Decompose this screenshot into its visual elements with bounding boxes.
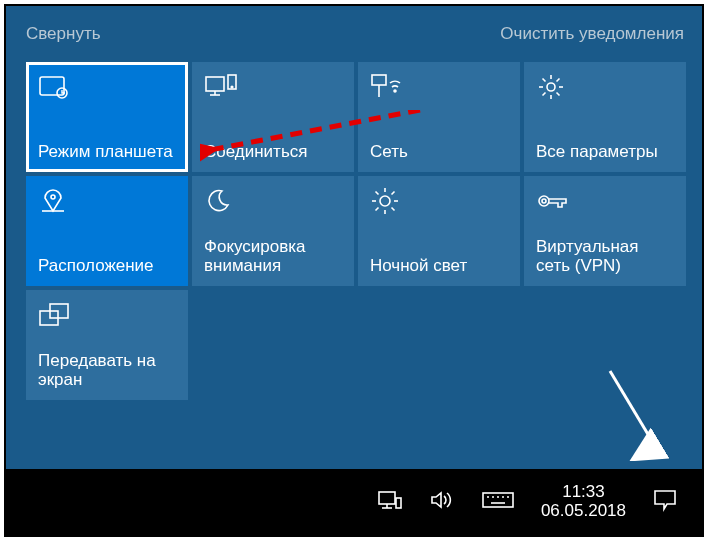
tile-connect[interactable]: Соединиться xyxy=(192,62,354,172)
svg-point-9 xyxy=(394,90,396,92)
tile-label: Режим планшета xyxy=(38,142,178,162)
svg-point-30 xyxy=(539,196,549,206)
tile-label: Виртуальная сеть (VPN) xyxy=(536,237,676,276)
tile-tablet-mode[interactable]: Режим планшета xyxy=(26,62,188,172)
tile-location[interactable]: Расположение xyxy=(26,176,188,286)
svg-line-27 xyxy=(392,208,395,211)
network-tray-icon[interactable] xyxy=(377,489,403,515)
tile-label: Расположение xyxy=(38,256,178,276)
svg-rect-34 xyxy=(379,492,395,504)
svg-line-15 xyxy=(543,79,546,82)
tile-all-settings[interactable]: Все параметры xyxy=(524,62,686,172)
svg-point-19 xyxy=(51,195,55,199)
location-icon xyxy=(38,186,178,216)
tablet-mode-icon xyxy=(38,72,178,102)
svg-point-6 xyxy=(231,86,233,88)
project-icon xyxy=(38,300,178,330)
collapse-link[interactable]: Свернуть xyxy=(26,24,101,44)
action-center-panel: Свернуть Очистить уведомления Режим план… xyxy=(6,6,702,469)
sun-icon xyxy=(370,186,510,216)
tile-label: Сеть xyxy=(370,142,510,162)
taskbar-clock[interactable]: 11:33 06.05.2018 xyxy=(541,483,626,520)
tile-label: Передавать на экран xyxy=(38,351,178,390)
tile-vpn[interactable]: Виртуальная сеть (VPN) xyxy=(524,176,686,286)
svg-rect-37 xyxy=(396,498,401,508)
svg-line-26 xyxy=(376,192,379,195)
svg-line-29 xyxy=(392,192,395,195)
svg-line-18 xyxy=(557,79,560,82)
tile-network[interactable]: Сеть xyxy=(358,62,520,172)
svg-rect-38 xyxy=(483,493,513,507)
svg-line-28 xyxy=(376,208,379,211)
svg-point-31 xyxy=(542,199,546,203)
settings-icon xyxy=(536,72,676,102)
tile-label: Ночной свет xyxy=(370,256,510,276)
connect-icon xyxy=(204,72,344,102)
svg-line-16 xyxy=(557,93,560,96)
volume-tray-icon[interactable] xyxy=(429,489,455,515)
svg-rect-2 xyxy=(206,77,224,91)
tile-label: Соединиться xyxy=(204,142,344,162)
clear-notifications-link[interactable]: Очистить уведомления xyxy=(500,24,684,44)
tile-label: Все параметры xyxy=(536,142,676,162)
network-icon xyxy=(370,72,510,102)
action-center-tray-icon[interactable] xyxy=(652,488,678,516)
svg-rect-7 xyxy=(372,75,386,85)
svg-rect-0 xyxy=(40,77,64,95)
quick-actions-grid: Режим планшетаСоединитьсяСетьВсе парамет… xyxy=(26,62,684,400)
keyboard-tray-icon[interactable] xyxy=(481,489,515,515)
taskbar: 11:33 06.05.2018 xyxy=(6,469,702,535)
svg-line-17 xyxy=(543,93,546,96)
moon-icon xyxy=(204,186,344,216)
vpn-icon xyxy=(536,186,676,216)
tile-label: Фокусировка внимания xyxy=(204,237,344,276)
clock-time: 11:33 xyxy=(541,483,626,502)
tile-focus-assist[interactable]: Фокусировка внимания xyxy=(192,176,354,286)
tile-project[interactable]: Передавать на экран xyxy=(26,290,188,400)
tile-night-light[interactable]: Ночной свет xyxy=(358,176,520,286)
clock-date: 06.05.2018 xyxy=(541,502,626,521)
svg-point-21 xyxy=(380,196,390,206)
svg-point-10 xyxy=(547,83,555,91)
